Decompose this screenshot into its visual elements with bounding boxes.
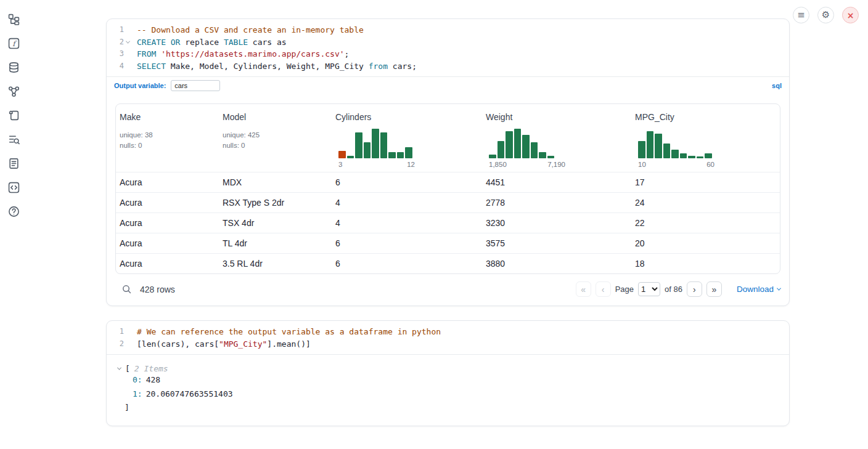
table-row[interactable]: AcuraTL 4dr6357520 xyxy=(116,233,780,253)
code-line: 4SELECT Make, Model, Cylinders, Weight, … xyxy=(107,60,789,73)
histogram-bar[interactable] xyxy=(497,141,505,158)
logs-icon[interactable] xyxy=(6,131,22,147)
histogram-bar[interactable] xyxy=(705,153,712,158)
histogram-bar[interactable] xyxy=(514,129,522,158)
column-stats: unique: 38nulls: 0 xyxy=(120,130,219,150)
token-kw: SELECT xyxy=(137,62,166,71)
table-row[interactable]: Acura3.5 RL 4dr6388018 xyxy=(116,253,780,273)
list-output: [ 2 Items 0:4281:20.060747663551403 ] xyxy=(107,354,789,426)
column-histogram: 1,8507,190 xyxy=(489,126,565,168)
histogram-bar[interactable] xyxy=(355,132,362,158)
column-name[interactable]: Make xyxy=(120,112,141,122)
dependency-graph-icon[interactable] xyxy=(6,83,22,99)
stat-line: nulls: 0 xyxy=(223,140,332,151)
last-page-button[interactable]: » xyxy=(706,281,722,297)
histogram-bar[interactable] xyxy=(380,132,388,158)
histogram-bar[interactable] xyxy=(364,142,371,158)
code-line: 1# We can reference the output variable … xyxy=(107,326,789,338)
token-plain: Make, Model, Cylinders, Weight, MPG_City xyxy=(166,62,369,71)
token-str: "MPG_City" xyxy=(219,339,267,349)
table-row[interactable]: AcuraMDX6445117 xyxy=(116,172,780,192)
histogram-bar[interactable] xyxy=(347,156,354,158)
code-text: SELECT Make, Model, Cylinders, Weight, M… xyxy=(132,60,417,73)
close-button[interactable]: × xyxy=(842,7,859,23)
table-cell: TSX 4dr xyxy=(219,218,332,228)
histogram-bar[interactable] xyxy=(638,141,645,158)
topbar-actions: ≡ ⚙ × xyxy=(793,7,859,23)
table-row[interactable]: AcuraTSX 4dr4323022 xyxy=(116,212,780,233)
histogram-bar[interactable] xyxy=(522,135,530,158)
close-icon: × xyxy=(847,11,854,20)
table-row[interactable]: AcuraRSX Type S 2dr4277824 xyxy=(116,192,780,212)
documentation-icon[interactable] xyxy=(6,155,22,171)
notebook: 1-- Download a CSV and create an in-memo… xyxy=(106,18,790,426)
table-cell: MDX xyxy=(219,177,332,187)
previous-page-button[interactable]: ‹ xyxy=(596,281,611,297)
code-text: [len(cars), cars["MPG_City"].mean()] xyxy=(132,338,311,350)
histogram-bar[interactable] xyxy=(506,131,513,158)
help-icon[interactable] xyxy=(6,203,22,219)
column-name[interactable]: Cylinders xyxy=(335,112,371,122)
column-name[interactable]: Weight xyxy=(486,112,512,122)
python-code-editor[interactable]: 1# We can reference the output variable … xyxy=(107,321,789,354)
histogram-bar[interactable] xyxy=(680,153,687,158)
search-icon[interactable] xyxy=(121,284,132,295)
table-cell: 6 xyxy=(332,177,482,187)
histogram-bar[interactable] xyxy=(663,144,671,158)
page-total-label: of 86 xyxy=(665,285,682,294)
line-number: 2 xyxy=(120,338,124,350)
histogram-bar[interactable] xyxy=(697,156,704,158)
column-name[interactable]: MPG_City xyxy=(635,112,674,122)
fold-icon[interactable] xyxy=(124,41,132,44)
token-plain: cars; xyxy=(388,62,417,71)
functions-icon[interactable]: f xyxy=(6,35,22,51)
datasets-icon[interactable] xyxy=(6,59,22,75)
histogram-bar[interactable] xyxy=(372,129,379,158)
histogram-bar[interactable] xyxy=(655,134,662,158)
token-kw: FROM xyxy=(137,49,156,59)
column-header: Cylinders312 xyxy=(332,111,482,168)
next-page-button[interactable]: › xyxy=(687,281,702,297)
token-plain: [len(cars), cars[ xyxy=(137,339,219,349)
stat-line: unique: 425 xyxy=(223,130,332,140)
code-text: FROM 'https://datasets.marimo.app/cars.c… xyxy=(132,48,349,60)
tree-value: 428 xyxy=(146,375,160,384)
axis-max: 12 xyxy=(407,161,415,168)
scratchpad-icon[interactable] xyxy=(6,107,22,123)
output-variable-input[interactable] xyxy=(171,80,220,91)
histogram-bar[interactable] xyxy=(539,152,546,158)
token-kw: from xyxy=(369,62,388,71)
column-name[interactable]: Model xyxy=(223,112,246,122)
result-table: Makeunique: 38nulls: 0Modelunique: 425nu… xyxy=(115,103,780,274)
table-cell: Acura xyxy=(116,177,219,187)
table-cell: 3575 xyxy=(482,238,631,248)
histogram-bar[interactable] xyxy=(671,150,679,158)
histogram-bar[interactable] xyxy=(405,147,412,158)
histogram-bar[interactable] xyxy=(489,155,496,158)
histogram-axis: 312 xyxy=(338,161,415,168)
sql-code-editor[interactable]: 1-- Download a CSV and create an in-memo… xyxy=(107,19,789,76)
histogram-bar[interactable] xyxy=(531,142,538,158)
next-page-icon: › xyxy=(693,285,696,294)
menu-button[interactable]: ≡ xyxy=(793,7,809,23)
histogram-bars xyxy=(638,126,714,158)
table-cell: 6 xyxy=(332,259,482,269)
column-header: Modelunique: 425nulls: 0 xyxy=(219,111,332,168)
histogram-bar[interactable] xyxy=(647,131,654,158)
page-select[interactable]: 1 xyxy=(638,282,660,296)
line-number: 1 xyxy=(120,24,124,36)
table-cell: TL 4dr xyxy=(219,238,332,248)
axis-min: 10 xyxy=(638,161,646,168)
download-button[interactable]: Download xyxy=(737,285,780,294)
file-tree-icon[interactable] xyxy=(6,11,22,27)
histogram-bar[interactable] xyxy=(338,151,346,158)
settings-button[interactable]: ⚙ xyxy=(817,7,834,23)
tree-collapse-button[interactable] xyxy=(118,367,125,370)
snippets-icon[interactable] xyxy=(6,179,22,195)
first-page-button[interactable]: « xyxy=(576,281,591,297)
histogram-bar[interactable] xyxy=(388,152,396,158)
histogram-bar[interactable] xyxy=(397,152,404,158)
histogram-bar[interactable] xyxy=(688,156,695,158)
histogram-bar[interactable] xyxy=(547,156,555,158)
sql-cell: 1-- Download a CSV and create an in-memo… xyxy=(106,18,790,306)
